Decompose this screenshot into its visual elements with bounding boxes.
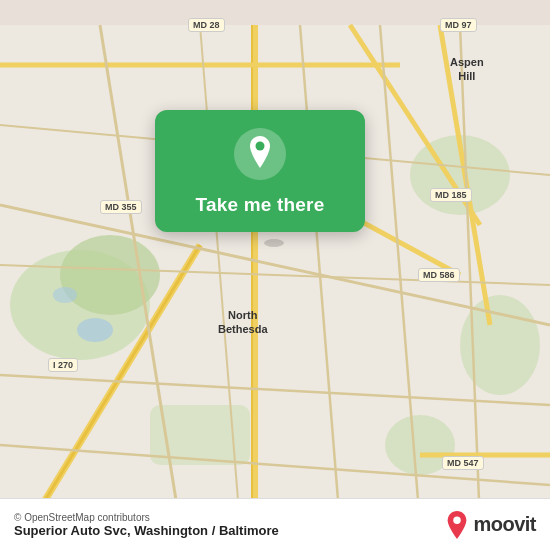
svg-point-30 — [454, 516, 461, 523]
road-label-md355: MD 355 — [100, 200, 142, 214]
bottom-left-info: © OpenStreetMap contributors Superior Au… — [14, 512, 279, 538]
map-container: MD 28 MD 97 MD 586 MD 185 MD 355 MD 586 … — [0, 0, 550, 550]
svg-point-29 — [256, 142, 265, 151]
location-pin-icon — [245, 136, 275, 172]
svg-point-7 — [77, 318, 113, 342]
take-me-there-popup[interactable]: Take me there — [155, 110, 365, 232]
location-icon-wrap — [234, 128, 286, 180]
road-label-md28: MD 28 — [188, 18, 225, 32]
road-label-md185: MD 185 — [430, 188, 472, 202]
moovit-pin-icon — [446, 511, 468, 539]
svg-point-28 — [264, 239, 284, 247]
bottom-bar: © OpenStreetMap contributors Superior Au… — [0, 498, 550, 550]
moovit-text: moovit — [473, 513, 536, 536]
svg-point-8 — [53, 287, 77, 303]
road-label-md97: MD 97 — [440, 18, 477, 32]
road-label-i270: I 270 — [48, 358, 78, 372]
take-me-there-button-label: Take me there — [196, 194, 325, 216]
location-name: Superior Auto Svc, Washington / Baltimor… — [14, 523, 279, 538]
attribution-text: © OpenStreetMap contributors — [14, 512, 279, 523]
moovit-logo: moovit — [446, 511, 536, 539]
road-label-md547: MD 547 — [442, 456, 484, 470]
road-label-md586-mid: MD 586 — [418, 268, 460, 282]
